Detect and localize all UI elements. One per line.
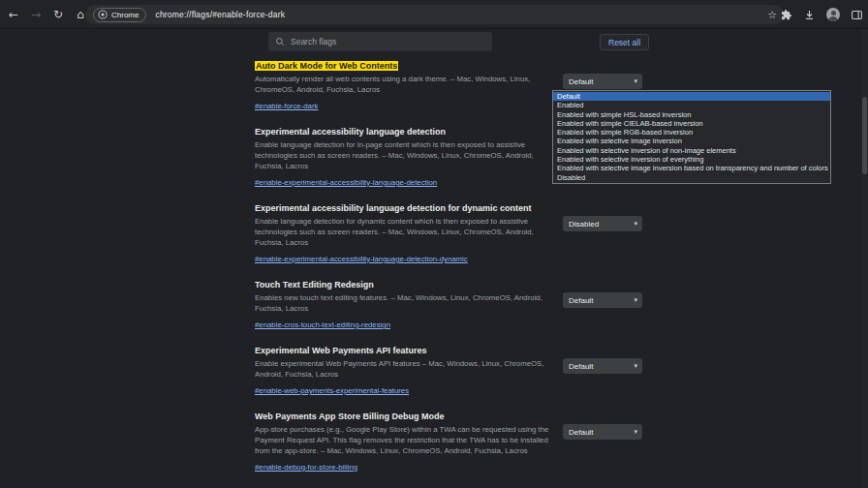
dropdown-option[interactable]: Enabled [553, 101, 830, 109]
chevron-down-icon: ▾ [634, 77, 637, 85]
download-icon[interactable] [803, 9, 816, 21]
dropdown-option[interactable]: Enabled with simple HSL-based inversion [553, 110, 830, 119]
flag-entry: Web Payments App Store Billing Debug Mod… [255, 411, 642, 473]
flag-select[interactable]: Default ▾ [563, 292, 642, 308]
chevron-down-icon: ▾ [634, 220, 637, 228]
chrome-badge[interactable]: Chrome [93, 8, 146, 22]
flag-description: App-store purchases (e.g., Google Play S… [255, 424, 555, 456]
bookmark-star-icon[interactable]: ☆ [767, 9, 777, 21]
search-icon [275, 37, 285, 46]
page-scrollbar[interactable] [861, 29, 868, 488]
flag-select-value: Default [569, 296, 593, 305]
dropdown-option[interactable]: Default [553, 92, 830, 101]
chevron-down-icon: ▾ [634, 428, 637, 436]
chrome-logo-icon [98, 10, 108, 19]
browser-window: ← → ↻ ⌂ Chrome chrome://flags/#enable-fo… [0, 0, 868, 488]
flag-title: Experimental accessibility language dete… [255, 202, 642, 214]
flag-permalink[interactable]: #enable-cros-touch-text-editing-redesign [255, 320, 390, 330]
search-input[interactable] [291, 37, 485, 46]
dropdown-option[interactable]: Enabled with simple RGB-based inversion [553, 128, 830, 137]
back-icon[interactable]: ← [6, 7, 21, 22]
flag-select-value: Default [569, 428, 593, 437]
url-text: chrome://flags/#enable-force-dark [155, 10, 285, 19]
extensions-puzzle-icon[interactable] [780, 9, 792, 21]
search-flags-box [268, 32, 492, 51]
flag-select-value: Default [569, 362, 593, 371]
flag-description: Enable language detection for dynamic co… [255, 216, 555, 248]
dropdown-option[interactable]: Enabled with selective inversion of non-… [553, 146, 830, 155]
toolbar-actions [780, 5, 863, 24]
flag-select-value: Default [569, 77, 593, 86]
scrollbar-thumb[interactable] [862, 97, 867, 174]
flag-description: Automatically render all web contents us… [255, 74, 555, 95]
chevron-down-icon: ▾ [634, 362, 637, 370]
flag-title: Auto Dark Mode for Web Contents [255, 60, 642, 72]
flag-permalink[interactable]: #enable-force-dark [255, 101, 318, 111]
forward-icon[interactable]: → [28, 7, 44, 22]
flag-title: Touch Text Editing Redesign [255, 279, 642, 290]
flag-entry: Touch Text Editing Redesign Enables new … [255, 279, 642, 331]
flag-description: Enable experimental Web Payments API fea… [255, 358, 555, 380]
flag-select[interactable]: Disabled ▾ [563, 216, 642, 231]
flag-select[interactable]: Default ▾ [563, 424, 642, 440]
flag-permalink[interactable]: #enable-experimental-accessibility-langu… [255, 177, 437, 188]
select-dropdown-menu: DefaultEnabledEnabled with simple HSL-ba… [552, 90, 831, 184]
flag-permalink[interactable]: #enable-experimental-accessibility-langu… [255, 254, 468, 264]
flag-entry: Experimental Web Payments API features E… [255, 345, 642, 397]
flag-permalink[interactable]: #enable-web-payments-experimental-featur… [255, 385, 409, 396]
flag-select[interactable]: Default ▾ [563, 74, 642, 89]
flag-title: Experimental Web Payments API features [255, 345, 642, 356]
profile-avatar[interactable] [826, 8, 840, 21]
chrome-badge-label: Chrome [111, 11, 139, 19]
flag-select-value: Disabled [569, 220, 599, 229]
browser-toolbar: ← → ↻ ⌂ Chrome chrome://flags/#enable-fo… [0, 0, 868, 29]
address-bar[interactable]: Chrome chrome://flags/#enable-force-dark… [85, 5, 785, 24]
dropdown-option[interactable]: Enabled with selective inversion of ever… [553, 155, 830, 164]
reload-icon[interactable]: ↻ [50, 7, 66, 22]
nav-button-group: ← → ↻ ⌂ [6, 0, 88, 29]
chevron-down-icon: ▾ [634, 296, 637, 304]
flag-description: Enable language detection for in-page co… [255, 139, 555, 171]
dropdown-option[interactable]: Enabled with simple CIELAB-based inversi… [553, 119, 830, 128]
dropdown-option[interactable]: Enabled with selective image inversion b… [553, 164, 830, 172]
flag-description: Enables new touch text editing features.… [255, 292, 555, 314]
dropdown-option[interactable]: Enabled with selective image inversion [553, 137, 830, 145]
flag-entry: Experimental accessibility language dete… [255, 202, 642, 265]
reset-all-button[interactable]: Reset all [600, 34, 649, 50]
dropdown-option[interactable]: Disabled [553, 173, 830, 182]
flag-title: Web Payments App Store Billing Debug Mod… [255, 411, 642, 422]
flag-select[interactable]: Default ▾ [563, 358, 642, 374]
flag-permalink[interactable]: #enable-debug-for-store-billing [255, 462, 357, 473]
side-panel-icon[interactable] [851, 9, 863, 21]
